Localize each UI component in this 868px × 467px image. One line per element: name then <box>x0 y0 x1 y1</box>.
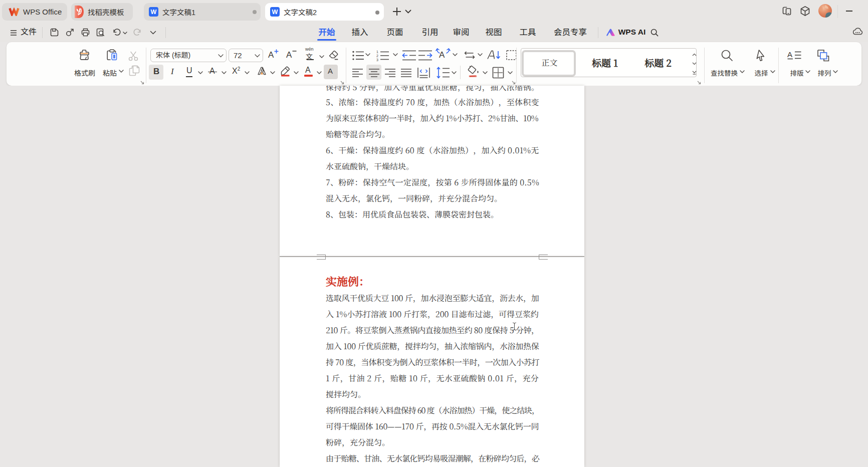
svg-text:3: 3 <box>376 58 378 62</box>
svg-text:W: W <box>272 9 278 16</box>
svg-text:1: 1 <box>376 50 378 54</box>
svg-text:2: 2 <box>376 54 378 58</box>
svg-text:A: A <box>787 50 792 59</box>
svg-text:W: W <box>151 9 157 16</box>
